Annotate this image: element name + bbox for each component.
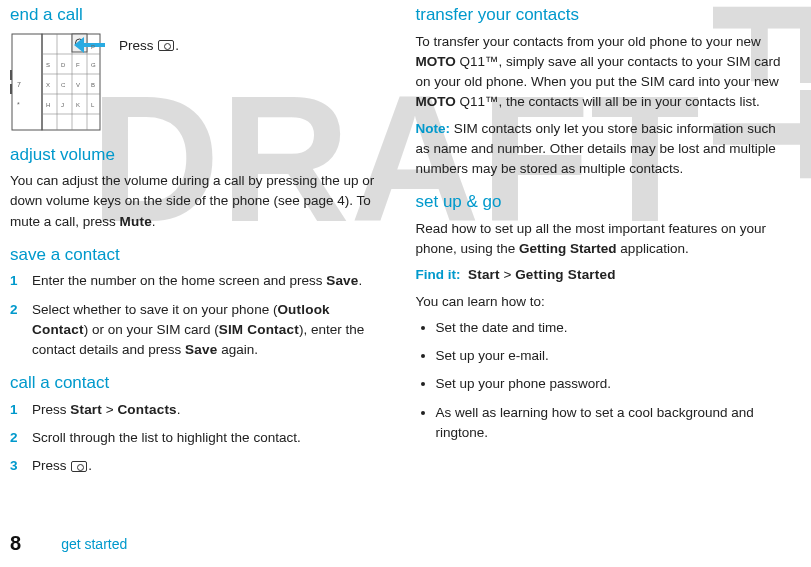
learn-bullet-list: Set the date and time. Set up your e-mai… bbox=[416, 318, 792, 443]
save1-post: . bbox=[359, 273, 363, 288]
svg-text:D: D bbox=[61, 62, 66, 68]
svg-text:*: * bbox=[17, 101, 20, 108]
svg-text:B: B bbox=[91, 82, 95, 88]
save2-mid: ) or on your SIM card ( bbox=[84, 322, 219, 337]
save-contact-steps: Enter the number on the home screen and … bbox=[10, 271, 386, 360]
svg-text:S: S bbox=[46, 62, 50, 68]
call1-pre: Press bbox=[32, 402, 70, 417]
heading-call-contact: call a contact bbox=[10, 370, 386, 396]
end-key-icon bbox=[158, 40, 174, 51]
save2-b2: SIM Contact bbox=[219, 322, 299, 337]
svg-text:F: F bbox=[76, 62, 80, 68]
save2-pre: Select whether to save it on your phone … bbox=[32, 302, 277, 317]
setup-2: application. bbox=[617, 241, 689, 256]
save1-pre: Enter the number on the home screen and … bbox=[32, 273, 326, 288]
find-it-label: Find it: bbox=[416, 267, 461, 282]
call1-b1: Start bbox=[70, 402, 102, 417]
page-footer: 8 get started bbox=[10, 532, 127, 555]
heading-save-contact: save a contact bbox=[10, 242, 386, 268]
svg-text:V: V bbox=[76, 82, 80, 88]
press-label-post: . bbox=[175, 38, 179, 53]
svg-text:7: 7 bbox=[17, 81, 21, 88]
save-step-2: Select whether to save it on your phone … bbox=[32, 300, 386, 361]
call3-post: . bbox=[88, 458, 92, 473]
tr-1: To transfer your contacts from your old … bbox=[416, 34, 761, 49]
call1-b2: Contacts bbox=[117, 402, 176, 417]
find-it-line: Find it: Start > Getting Started bbox=[416, 265, 792, 285]
save1-b: Save bbox=[326, 273, 358, 288]
heading-transfer-contacts: transfer your contacts bbox=[416, 2, 792, 28]
svg-text:G: G bbox=[91, 62, 96, 68]
learn-intro: You can learn how to: bbox=[416, 292, 792, 312]
page-number: 8 bbox=[10, 532, 21, 555]
press-label-pre: Press bbox=[119, 38, 157, 53]
call-key-icon bbox=[71, 461, 87, 472]
adjust-end: . bbox=[152, 214, 156, 229]
bullet-4: As well as learning how to set a cool ba… bbox=[436, 403, 792, 444]
note-label: Note: bbox=[416, 121, 451, 136]
footer-section-label: get started bbox=[61, 536, 127, 552]
phone-keypad-diagram: 7 * S X H D C J F V K P G B L bbox=[10, 32, 105, 132]
tr-moto2: MOTO bbox=[416, 94, 456, 109]
svg-text:X: X bbox=[46, 82, 50, 88]
heading-adjust-volume: adjust volume bbox=[10, 142, 386, 168]
svg-text:P: P bbox=[91, 44, 95, 50]
call3-pre: Press bbox=[32, 458, 70, 473]
transfer-body: To transfer your contacts from your old … bbox=[416, 32, 792, 113]
call2-text: Scroll through the list to highlight the… bbox=[32, 430, 301, 445]
tr-2: Q11™, simply save all your contacts to y… bbox=[416, 54, 781, 89]
save-step-1: Enter the number on the home screen and … bbox=[32, 271, 386, 291]
find-path-gs: Getting Started bbox=[515, 267, 616, 282]
svg-text:J: J bbox=[61, 102, 64, 108]
mute-label: Mute bbox=[120, 214, 152, 229]
call1-post: . bbox=[177, 402, 181, 417]
call-step-3: Press . bbox=[32, 456, 386, 476]
setup-gs: Getting Started bbox=[519, 241, 617, 256]
save2-post: again. bbox=[217, 342, 258, 357]
svg-text:H: H bbox=[46, 102, 50, 108]
press-end-key-instruction: Press . bbox=[119, 32, 179, 56]
note-paragraph: Note: SIM contacts only let you store ba… bbox=[416, 119, 792, 180]
call-contact-steps: Press Start > Contacts. Scroll through t… bbox=[10, 400, 386, 477]
svg-rect-10 bbox=[10, 84, 12, 94]
svg-text:L: L bbox=[91, 102, 95, 108]
heading-setup-go: set up & go bbox=[416, 189, 792, 215]
call-step-1: Press Start > Contacts. bbox=[32, 400, 386, 420]
bullet-3: Set up your phone password. bbox=[436, 374, 792, 394]
tr-3: Q11™, the contacts will all be in your c… bbox=[456, 94, 760, 109]
find-sep: > bbox=[500, 267, 515, 282]
tr-moto1: MOTO bbox=[416, 54, 456, 69]
setup-body: Read how to set up all the most importan… bbox=[416, 219, 792, 260]
adjust-text: You can adjust the volume during a call … bbox=[10, 173, 374, 229]
adjust-volume-body: You can adjust the volume during a call … bbox=[10, 171, 386, 232]
svg-text:K: K bbox=[76, 102, 80, 108]
bullet-2: Set up your e-mail. bbox=[436, 346, 792, 366]
note-body: SIM contacts only let you store basic in… bbox=[416, 121, 776, 177]
save2-b3: Save bbox=[185, 342, 217, 357]
svg-rect-9 bbox=[10, 70, 12, 80]
svg-text:C: C bbox=[61, 82, 66, 88]
bullet-1: Set the date and time. bbox=[436, 318, 792, 338]
find-path-start: Start bbox=[468, 267, 500, 282]
call1-mid: > bbox=[102, 402, 117, 417]
heading-end-a-call: end a call bbox=[10, 2, 386, 28]
call-step-2: Scroll through the list to highlight the… bbox=[32, 428, 386, 448]
